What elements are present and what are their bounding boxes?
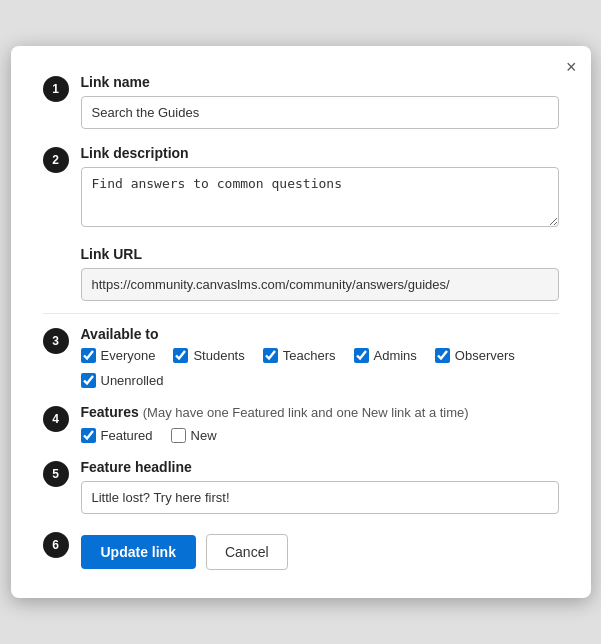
- features-group: Features (May have one Featured link and…: [81, 404, 559, 443]
- checkbox-unenrolled-label: Unenrolled: [101, 373, 164, 388]
- features-label-row: Features (May have one Featured link and…: [81, 404, 559, 420]
- link-description-input[interactable]: Find answers to common questions: [81, 167, 559, 227]
- divider-1: [43, 313, 559, 314]
- checkbox-teachers[interactable]: Teachers: [263, 348, 336, 363]
- checkbox-featured-input[interactable]: [81, 428, 96, 443]
- link-name-group: Link name: [81, 74, 559, 129]
- link-url-section: Link URL: [81, 246, 559, 301]
- link-name-row: 1 Link name: [43, 74, 559, 129]
- checkbox-featured-label: Featured: [101, 428, 153, 443]
- cancel-button[interactable]: Cancel: [206, 534, 288, 570]
- available-to-checkboxes: Everyone Students Teachers Admins Observ…: [81, 348, 559, 388]
- checkbox-students-label: Students: [193, 348, 244, 363]
- link-description-group: Link description Find answers to common …: [81, 145, 559, 230]
- checkbox-unenrolled-input[interactable]: [81, 373, 96, 388]
- features-row: 4 Features (May have one Featured link a…: [43, 404, 559, 443]
- modal-dialog: × 1 Link name 2 Link description Find an…: [11, 46, 591, 598]
- checkbox-observers-label: Observers: [455, 348, 515, 363]
- feature-headline-row: 5 Feature headline: [43, 459, 559, 514]
- checkbox-teachers-input[interactable]: [263, 348, 278, 363]
- step-1-circle: 1: [43, 76, 69, 102]
- checkbox-everyone-label: Everyone: [101, 348, 156, 363]
- step-6-circle: 6: [43, 532, 69, 558]
- checkbox-everyone-input[interactable]: [81, 348, 96, 363]
- link-name-input[interactable]: [81, 96, 559, 129]
- features-label: Features: [81, 404, 139, 420]
- feature-headline-group: Feature headline: [81, 459, 559, 514]
- features-note: (May have one Featured link and one New …: [143, 405, 469, 420]
- checkbox-new[interactable]: New: [171, 428, 217, 443]
- link-name-label: Link name: [81, 74, 559, 90]
- checkbox-students-input[interactable]: [173, 348, 188, 363]
- feature-headline-input[interactable]: [81, 481, 559, 514]
- checkbox-observers[interactable]: Observers: [435, 348, 515, 363]
- link-url-label: Link URL: [81, 246, 559, 262]
- link-url-input: [81, 268, 559, 301]
- feature-headline-label: Feature headline: [81, 459, 559, 475]
- update-link-button[interactable]: Update link: [81, 535, 196, 569]
- checkbox-teachers-label: Teachers: [283, 348, 336, 363]
- link-description-row: 2 Link description Find answers to commo…: [43, 145, 559, 230]
- actions-group: Update link Cancel: [81, 534, 288, 570]
- step-5-circle: 5: [43, 461, 69, 487]
- checkbox-new-label: New: [191, 428, 217, 443]
- checkbox-featured[interactable]: Featured: [81, 428, 153, 443]
- link-description-label: Link description: [81, 145, 559, 161]
- checkbox-unenrolled[interactable]: Unenrolled: [81, 373, 164, 388]
- checkbox-admins-input[interactable]: [354, 348, 369, 363]
- available-to-group: Available to Everyone Students Teachers …: [81, 326, 559, 388]
- checkbox-admins[interactable]: Admins: [354, 348, 417, 363]
- checkbox-new-input[interactable]: [171, 428, 186, 443]
- close-button[interactable]: ×: [566, 58, 577, 76]
- checkbox-students[interactable]: Students: [173, 348, 244, 363]
- available-to-row: 3 Available to Everyone Students Teacher…: [43, 326, 559, 388]
- checkbox-admins-label: Admins: [374, 348, 417, 363]
- features-checkboxes: Featured New: [81, 428, 559, 443]
- step-2-circle: 2: [43, 147, 69, 173]
- available-to-label: Available to: [81, 326, 559, 342]
- actions-row: 6 Update link Cancel: [43, 530, 559, 570]
- step-3-circle: 3: [43, 328, 69, 354]
- checkbox-observers-input[interactable]: [435, 348, 450, 363]
- step-4-circle: 4: [43, 406, 69, 432]
- checkbox-everyone[interactable]: Everyone: [81, 348, 156, 363]
